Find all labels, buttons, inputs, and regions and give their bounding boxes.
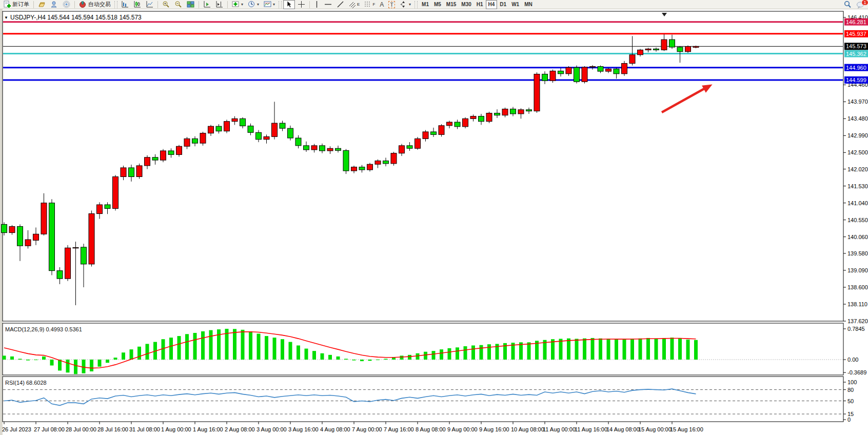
candle xyxy=(2,224,7,232)
auto-trading-button[interactable]: 自动交易 xyxy=(77,0,113,9)
timeframe-m15[interactable]: M15 xyxy=(444,0,459,9)
time-label: 10 Aug 08:00 xyxy=(511,426,544,432)
signals-button[interactable] xyxy=(61,0,72,9)
candle xyxy=(327,148,333,151)
zoom-out-button[interactable] xyxy=(172,0,184,9)
candle xyxy=(550,71,556,81)
macd-bar xyxy=(321,353,324,360)
candle xyxy=(224,122,230,131)
macd-bar xyxy=(201,331,205,360)
timeframe-m1[interactable]: M1 xyxy=(419,0,431,9)
candle xyxy=(590,67,596,67)
macd-bar xyxy=(607,339,610,360)
indicators-button[interactable]: ▾ xyxy=(230,0,245,9)
time-label: 9 Aug 00:00 xyxy=(447,426,478,432)
candle xyxy=(9,226,15,232)
notification-badge: 1 xyxy=(861,0,868,6)
periods-button[interactable]: ▾ xyxy=(246,0,261,9)
macd-bar xyxy=(209,330,213,360)
candle xyxy=(407,146,412,148)
candle xyxy=(192,139,198,143)
timeframe-h1[interactable]: H1 xyxy=(474,0,486,9)
horizontal-line-button[interactable] xyxy=(322,0,334,9)
macd-bar xyxy=(257,334,261,360)
macd-bar xyxy=(655,339,658,360)
tile-windows-button[interactable] xyxy=(185,0,196,9)
price-tick-label: 138.600 xyxy=(847,284,868,290)
timeframe-d1[interactable]: D1 xyxy=(497,0,509,9)
macd-bar xyxy=(344,359,348,360)
zoom-out-icon xyxy=(174,1,182,8)
timeframe-mn[interactable]: MN xyxy=(522,0,535,9)
fibonacci-button[interactable]: F xyxy=(362,0,377,9)
macd-chart-area[interactable] xyxy=(3,323,843,375)
candlestick-chart-button[interactable] xyxy=(131,0,143,9)
time-label: 7 Aug 00:00 xyxy=(352,426,382,432)
fibo-letter: F xyxy=(372,2,375,7)
candle xyxy=(25,240,31,246)
candle xyxy=(264,136,269,139)
price-tick-label: 141.530 xyxy=(847,183,868,189)
symbol-dropdown-icon[interactable]: ▼ xyxy=(4,15,8,20)
text-button[interactable]: A xyxy=(378,0,386,9)
macd-bar xyxy=(662,338,666,360)
time-axis[interactable]: 26 Jul 202327 Jul 08:0028 Jul 00:0028 Ju… xyxy=(2,422,703,432)
candle xyxy=(606,69,611,71)
macd-bar xyxy=(559,339,563,360)
macd-bar xyxy=(241,330,245,360)
macd-bar xyxy=(74,360,77,374)
candle xyxy=(97,205,103,214)
price-axis[interactable]: 146.410144.460143.970143.480142.990142.5… xyxy=(843,14,868,423)
macd-bar xyxy=(646,338,650,360)
candle xyxy=(200,133,206,144)
text-label-button[interactable]: T xyxy=(386,0,397,9)
new-order-button[interactable]: 新订单 xyxy=(1,0,31,9)
macd-bar xyxy=(137,347,141,360)
candle xyxy=(669,39,675,47)
zoom-in-button[interactable] xyxy=(160,0,172,9)
market-icon xyxy=(50,1,58,8)
search-button[interactable] xyxy=(841,0,854,9)
vertical-line-button[interactable] xyxy=(312,0,322,9)
timeframe-m5[interactable]: M5 xyxy=(431,0,444,9)
market-button[interactable] xyxy=(48,0,60,9)
price-tick-label: 138.110 xyxy=(847,301,867,307)
price-badge-label: 145.362 xyxy=(846,51,866,57)
arrows-button[interactable]: ▾ xyxy=(398,0,413,9)
dropdown-caret: ▾ xyxy=(273,2,275,7)
candle xyxy=(176,146,182,154)
equidistant-channel-icon xyxy=(349,1,357,8)
profiles-button[interactable] xyxy=(36,0,48,9)
macd-bar xyxy=(98,360,102,367)
auto-scroll-button[interactable] xyxy=(201,0,213,9)
candlestick-chart-icon xyxy=(133,1,141,8)
candle xyxy=(343,150,349,171)
macd-bar xyxy=(360,360,364,361)
rsi-chart-area[interactable] xyxy=(3,377,843,422)
macd-bar xyxy=(26,360,30,361)
chat-button[interactable]: 1 xyxy=(854,0,867,9)
candle xyxy=(161,151,166,160)
macd-bar xyxy=(686,340,690,360)
timeframe-m30[interactable]: M30 xyxy=(459,0,474,9)
candle xyxy=(447,122,452,126)
crosshair-button[interactable] xyxy=(295,0,307,9)
equidistant-channel-button[interactable]: E xyxy=(347,0,362,9)
timeframe-bar: M1M5M15M30H1H4D1W1MN xyxy=(419,0,535,9)
cursor-button[interactable] xyxy=(283,0,295,9)
timeframe-h4[interactable]: H4 xyxy=(486,0,498,9)
trendline-button[interactable] xyxy=(334,0,346,9)
main-chart-area[interactable] xyxy=(3,11,843,321)
bar-chart-button[interactable] xyxy=(119,0,131,9)
candle xyxy=(208,126,214,133)
macd-bar xyxy=(408,355,411,360)
candle xyxy=(41,203,47,234)
macd-bar xyxy=(193,333,197,360)
candle xyxy=(415,139,421,148)
timeframe-w1[interactable]: W1 xyxy=(509,0,522,9)
templates-button[interactable]: ▾ xyxy=(262,0,277,9)
chart-shift-button[interactable] xyxy=(213,0,225,9)
line-chart-button[interactable] xyxy=(144,0,155,9)
candle xyxy=(129,168,134,177)
time-label: 4 Aug 08:00 xyxy=(320,426,350,432)
